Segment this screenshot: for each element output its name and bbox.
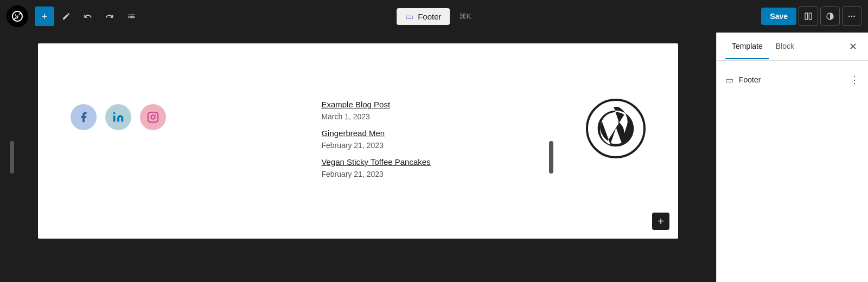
toolbar-center: ▭ Footer ⌘K (397, 8, 471, 25)
footer-pill-label: Footer (418, 12, 441, 21)
ellipsis-icon (847, 12, 856, 21)
undo-button[interactable] (78, 7, 98, 26)
post-title-2[interactable]: Gingerbread Men (321, 127, 430, 139)
footer-pill-icon: ▭ (405, 11, 413, 22)
edit-tool-button[interactable] (56, 7, 76, 26)
canvas-frame: Example Blog Post March 1, 2023 Gingerbr… (38, 43, 678, 239)
footer-shortcut: ⌘K (459, 12, 471, 21)
wp-large-svg (594, 107, 637, 150)
facebook-svg (78, 111, 90, 123)
save-button[interactable]: Save (761, 8, 796, 25)
linkedin-svg (112, 111, 124, 123)
panel-body: ▭ Footer ⋮ (717, 61, 868, 282)
footer-pill[interactable]: ▭ Footer (397, 8, 450, 25)
social-icons (71, 104, 166, 130)
add-block-bottom-button[interactable]: + (652, 213, 669, 230)
add-block-button[interactable] (35, 7, 54, 26)
redo-button[interactable] (100, 7, 119, 26)
panel-item-more-button[interactable]: ⋮ (850, 74, 859, 86)
post-title-1[interactable]: Example Blog Post (321, 99, 430, 110)
wp-logo[interactable] (7, 5, 28, 27)
instagram-icon[interactable] (140, 104, 166, 130)
svg-rect-7 (148, 112, 158, 121)
contrast-button[interactable] (820, 7, 840, 26)
list-view-button[interactable] (122, 7, 141, 26)
undo-icon (84, 12, 92, 21)
toolbar: ▭ Footer ⌘K Save (0, 0, 868, 33)
panel-close-button[interactable]: ✕ (847, 39, 859, 55)
panel-item-icon: ▭ (725, 75, 733, 85)
toolbar-right: Save (761, 7, 861, 26)
recent-posts: Example Blog Post March 1, 2023 Gingerbr… (321, 99, 430, 184)
panel-item-footer: ▭ Footer ⋮ (725, 69, 859, 90)
svg-point-6 (113, 112, 116, 114)
right-panel: Template Block ✕ ▭ Footer ⋮ (716, 33, 868, 282)
scroll-right[interactable] (549, 141, 553, 174)
facebook-icon[interactable] (71, 104, 97, 130)
wp-logo-large (586, 99, 646, 158)
svg-point-4 (851, 16, 853, 17)
panel-tabs: Template Block (725, 34, 801, 59)
footer-content: Example Blog Post March 1, 2023 Gingerbr… (71, 99, 646, 184)
canvas-area: Example Blog Post March 1, 2023 Gingerbr… (0, 33, 716, 282)
svg-rect-1 (809, 13, 812, 20)
svg-point-5 (853, 16, 855, 17)
post-date-1: March 1, 2023 (321, 112, 430, 121)
layout-view-button[interactable] (799, 7, 818, 26)
more-options-button[interactable] (842, 7, 861, 26)
post-date-3: February 21, 2023 (321, 170, 430, 178)
panel-item-label: Footer (739, 75, 761, 84)
contrast-icon (826, 12, 834, 21)
tab-block[interactable]: Block (769, 34, 801, 59)
instagram-svg (147, 111, 159, 123)
layout-icon (804, 12, 813, 21)
post-date-2: February 21, 2023 (321, 141, 430, 150)
list-icon (127, 12, 136, 21)
wp-logo-icon (11, 10, 24, 23)
redo-icon (105, 12, 114, 21)
post-title-3[interactable]: Vegan Sticky Toffee Pancakes (321, 156, 430, 168)
plus-icon (40, 12, 49, 21)
pencil-icon (62, 12, 71, 21)
tab-template[interactable]: Template (725, 34, 769, 59)
svg-rect-0 (805, 13, 808, 20)
panel-item-left: ▭ Footer (725, 75, 761, 85)
linkedin-icon[interactable] (105, 104, 131, 130)
scroll-left[interactable] (10, 141, 14, 174)
main: Example Blog Post March 1, 2023 Gingerbr… (0, 33, 868, 282)
svg-point-3 (848, 16, 850, 17)
panel-header: Template Block ✕ (717, 33, 868, 61)
